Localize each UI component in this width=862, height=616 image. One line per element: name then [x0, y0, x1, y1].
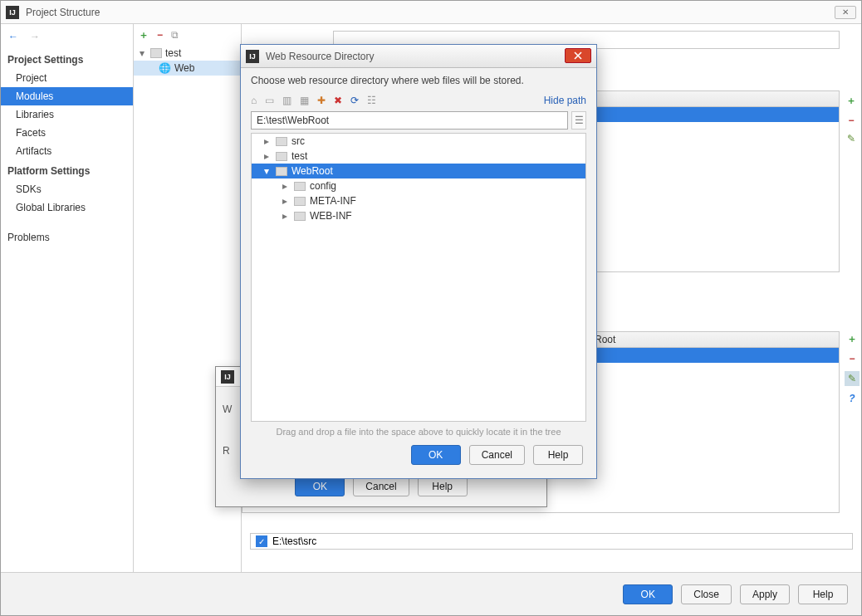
- sidebar-nav: ← →: [1, 29, 133, 49]
- module-folder-icon: [150, 48, 162, 58]
- source-checkbox[interactable]: ✓: [256, 535, 267, 547]
- directory-tree[interactable]: ▸ src ▸ test ▾ WebRoot ▸ config: [251, 133, 586, 422]
- web-resource-directory-dialog: IJ Web Resource Directory Choose web res…: [240, 44, 597, 479]
- tree-label: WebRoot: [291, 165, 333, 177]
- modal-close-button[interactable]: [565, 48, 591, 63]
- edit-path-icon[interactable]: ✎: [845, 133, 858, 144]
- back-arrow-icon[interactable]: ←: [6, 29, 21, 44]
- bg-help-button[interactable]: Help: [418, 477, 468, 496]
- module-tree-web[interactable]: 🌐 Web: [134, 61, 241, 76]
- add-module-icon[interactable]: ＋: [139, 28, 149, 42]
- source-path-label: E:\test\src: [272, 535, 316, 547]
- tree-label: META-INF: [310, 195, 356, 207]
- modal-titlebar[interactable]: IJ Web Resource Directory: [241, 45, 596, 68]
- modal-title: Web Resource Directory: [266, 51, 375, 62]
- modal-body: Choose web resource directory where web …: [241, 68, 596, 478]
- remove-rel-icon[interactable]: −: [845, 351, 860, 366]
- tree-label: test: [291, 150, 307, 162]
- home-icon[interactable]: ⌂: [251, 95, 257, 106]
- project-icon[interactable]: ▥: [282, 95, 291, 106]
- help-rel-icon[interactable]: ?: [845, 391, 860, 406]
- project-settings-heading: Project Settings: [1, 49, 133, 69]
- bg-dialog-buttons: OK Cancel Help: [216, 477, 546, 496]
- main-help-button[interactable]: Help: [798, 584, 848, 604]
- chevron-down-icon[interactable]: ▾: [137, 47, 147, 59]
- new-folder-icon[interactable]: ✚: [317, 95, 326, 106]
- main-titlebar: IJ Project Structure ✕: [1, 1, 861, 24]
- module-web-label: Web: [174, 62, 194, 74]
- sidebar-item-libraries[interactable]: Libraries: [1, 105, 133, 124]
- project-structure-window: IJ Project Structure ✕ ← → Project Setti…: [0, 0, 862, 616]
- sidebar-item-facets[interactable]: Facets: [1, 124, 133, 142]
- tree-item-webinf[interactable]: ▸ WEB-INF: [252, 208, 585, 223]
- add-path-icon[interactable]: ＋: [845, 94, 858, 108]
- relative-group-buttons: ＋ − ✎ ?: [843, 331, 861, 406]
- sidebar-item-modules[interactable]: Modules: [1, 87, 133, 105]
- sidebar: ← → Project Settings Project Modules Lib…: [1, 24, 134, 572]
- refresh-icon[interactable]: ⟳: [350, 95, 359, 106]
- modal-help-button[interactable]: Help: [533, 445, 583, 465]
- main-apply-button[interactable]: Apply: [740, 584, 790, 604]
- chevron-right-icon[interactable]: ▸: [280, 195, 290, 207]
- folder-icon: [276, 167, 287, 176]
- tree-item-src[interactable]: ▸ src: [252, 134, 585, 149]
- add-rel-icon[interactable]: ＋: [845, 331, 860, 346]
- module-toolbar: ＋ − ⧉: [134, 24, 241, 46]
- desktop-icon[interactable]: ▭: [265, 95, 274, 106]
- remove-path-icon[interactable]: −: [845, 115, 858, 126]
- tree-item-webroot[interactable]: ▾ WebRoot: [252, 164, 585, 178]
- platform-settings-heading: Platform Settings: [1, 160, 133, 180]
- tree-label: config: [310, 180, 336, 192]
- sidebar-item-problems[interactable]: Problems: [1, 228, 133, 247]
- sidebar-item-project[interactable]: Project: [1, 69, 133, 87]
- app-icon: IJ: [6, 6, 19, 19]
- main-ok-button[interactable]: OK: [623, 584, 673, 604]
- chevron-down-icon[interactable]: ▾: [262, 165, 272, 177]
- history-icon[interactable]: ☰: [571, 111, 586, 130]
- folder-icon: [276, 137, 287, 146]
- drop-hint: Drag and drop a file into the space abov…: [251, 422, 586, 445]
- copy-module-icon[interactable]: ⧉: [171, 29, 179, 41]
- modal-app-icon: IJ: [246, 50, 259, 63]
- modal-cancel-button[interactable]: Cancel: [469, 445, 525, 465]
- edit-rel-icon[interactable]: ✎: [845, 371, 860, 386]
- close-icon: [574, 51, 582, 60]
- module-tree-root[interactable]: ▾ test: [134, 46, 241, 61]
- folder-icon: [276, 152, 287, 161]
- folder-icon: [294, 197, 306, 206]
- modal-toolbar: ⌂ ▭ ▥ ▦ ✚ ✖ ⟳ ☷ Hide path: [251, 95, 586, 106]
- tree-item-metainf[interactable]: ▸ META-INF: [252, 193, 585, 208]
- module-root-label: test: [165, 47, 181, 59]
- path-input[interactable]: [251, 111, 568, 130]
- show-hidden-icon[interactable]: ☷: [367, 95, 376, 106]
- source-root-row[interactable]: ✓ E:\test\src: [250, 533, 853, 550]
- delete-icon[interactable]: ✖: [334, 95, 342, 106]
- sidebar-item-artifacts[interactable]: Artifacts: [1, 142, 133, 160]
- tree-label: WEB-INF: [310, 210, 352, 222]
- main-footer: OK Close Apply Help: [1, 572, 861, 615]
- modal-ok-button[interactable]: OK: [411, 445, 461, 465]
- hide-path-link[interactable]: Hide path: [544, 95, 586, 106]
- forward-arrow-icon[interactable]: →: [27, 29, 42, 44]
- window-title: Project Structure: [26, 7, 100, 18]
- tree-item-config[interactable]: ▸ config: [252, 178, 585, 193]
- chevron-right-icon[interactable]: ▸: [262, 135, 272, 147]
- main-close-button[interactable]: Close: [681, 584, 732, 604]
- module-icon[interactable]: ▦: [300, 95, 309, 106]
- bg-cancel-button[interactable]: Cancel: [353, 477, 409, 496]
- path-input-row: ☰: [251, 111, 586, 130]
- window-close-button[interactable]: ✕: [835, 6, 856, 19]
- chevron-right-icon[interactable]: ▸: [280, 180, 290, 192]
- folder-icon: [294, 212, 306, 221]
- bg-ok-button[interactable]: OK: [295, 477, 345, 496]
- sidebar-item-global-libraries[interactable]: Global Libraries: [1, 198, 133, 217]
- bg-dialog-icon: IJ: [221, 370, 234, 384]
- chevron-right-icon[interactable]: ▸: [280, 210, 290, 222]
- modal-description: Choose web resource directory where web …: [251, 75, 586, 86]
- remove-module-icon[interactable]: −: [157, 29, 163, 41]
- tree-item-test[interactable]: ▸ test: [252, 149, 585, 164]
- tree-label: src: [291, 135, 305, 147]
- modal-button-row: OK Cancel Help: [251, 445, 586, 472]
- chevron-right-icon[interactable]: ▸: [262, 150, 272, 162]
- sidebar-item-sdks[interactable]: SDKs: [1, 180, 133, 198]
